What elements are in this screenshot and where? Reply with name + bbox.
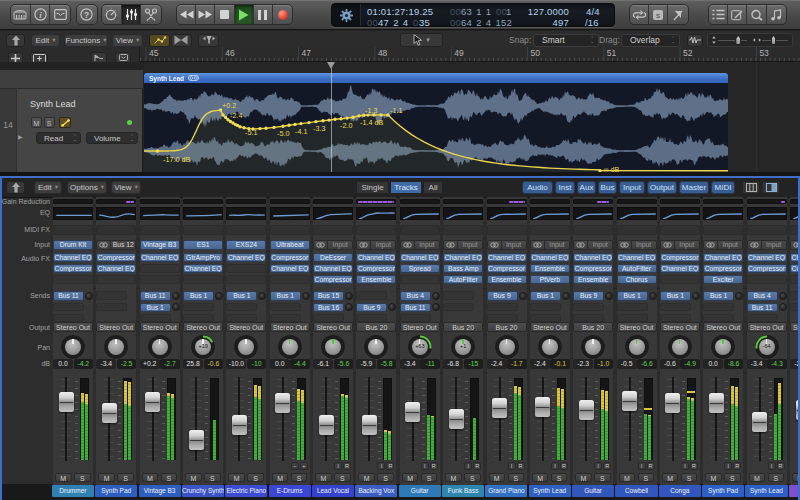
svg-text:49: 49	[454, 48, 464, 58]
svg-text:-∞ dB: -∞ dB	[601, 165, 620, 172]
svg-text:47: 47	[302, 48, 312, 58]
svg-text:-2.0: -2.0	[340, 121, 352, 130]
svg-text:52: 52	[683, 48, 693, 58]
svg-text:-3.3: -3.3	[313, 124, 325, 133]
svg-text:51: 51	[607, 48, 617, 58]
svg-text:53: 53	[759, 48, 769, 58]
svg-text:-1.3: -1.3	[365, 106, 377, 115]
svg-text:50: 50	[531, 48, 541, 58]
svg-text:46: 46	[225, 48, 235, 58]
svg-text:-17.0 dB: -17.0 dB	[163, 155, 190, 164]
svg-text:48: 48	[378, 48, 388, 58]
svg-text:45: 45	[149, 48, 159, 58]
svg-text:?: ?	[84, 10, 90, 20]
svg-text:-5.1: -5.1	[245, 128, 257, 137]
svg-text:-1.1: -1.1	[390, 106, 402, 115]
svg-text:-1.4 dB: -1.4 dB	[360, 118, 383, 127]
svg-text:+0.2: +0.2	[222, 101, 236, 110]
svg-text:-2.4: -2.4	[230, 111, 242, 120]
svg-text:s: s	[656, 11, 660, 20]
svg-text:-5.0: -5.0	[277, 129, 289, 138]
svg-text:-4.1: -4.1	[295, 127, 307, 136]
svg-text:i: i	[39, 10, 42, 20]
